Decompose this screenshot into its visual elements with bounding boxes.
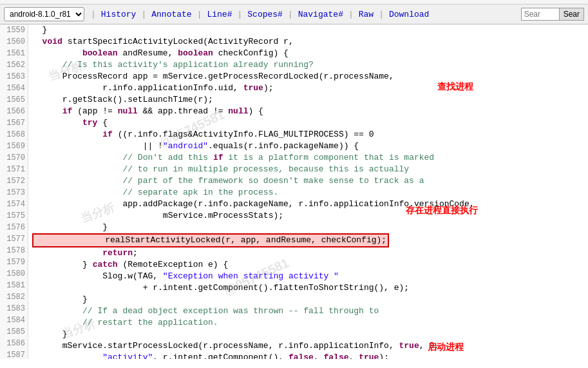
toolbar-link-line[interactable]: Line# [203,10,236,19]
search-button[interactable]: Sear [560,8,584,21]
search-box: Sear [521,8,584,21]
line-number: 1560 [3,36,25,48]
code-line: r.info.applicationInfo.uid, true); [32,82,584,94]
code-line: if (app != null && app.thread != null) { [32,106,584,117]
code-line: || !"android".equals(r.info.packageName)… [32,140,584,152]
code-line: void startSpecificActivityLocked(Activit… [32,36,584,48]
line-number: 1569 [3,140,25,152]
line-number: 1583 [3,303,25,315]
annotation-direct-exec: 存在进程直接执行 [406,205,478,217]
code-line: + r.intent.getComponent().flattenToShort… [32,282,584,294]
separator-5: | [288,10,293,19]
toolbar-link-scopes[interactable]: Scopes# [243,10,287,19]
line-number: 1575 [3,210,25,222]
line-number: 1563 [3,71,25,82]
line-number: 1561 [3,48,25,59]
code-line: if ((r.info.flags&ActivityInfo.FLAG_MULT… [32,129,584,140]
code-line: } [32,24,584,36]
code-line: boolean andResume, boolean checkConfig) … [32,48,584,59]
toolbar-link-annotate[interactable]: Annotate [147,10,195,19]
code-line: mService.startProcessLocked(r.processNam… [32,340,584,352]
code-line: } [32,222,584,233]
line-number: 1586 [3,338,25,349]
line-numbers: 1559156015611562156315641565156615671568… [0,24,28,359]
code-line: // Is this activity's application alread… [32,59,584,71]
toolbar-link-navigate[interactable]: Navigate# [294,10,347,19]
separator-6: | [348,10,354,19]
separator-2: | [141,10,146,19]
line-number: 1567 [3,117,25,129]
line-number: 1585 [3,326,25,338]
line-number: 1564 [3,82,25,94]
code-line: "activity", r.intent.getComponent(), fal… [32,352,584,359]
code-content: 当分析 @05745581 当分析 @05745581 当分析 查找进程 存在进… [28,24,588,359]
line-number: 1573 [3,187,25,199]
line-number: 1559 [3,24,25,36]
code-line: } catch (RemoteException e) { [32,259,584,271]
annotation-start-process: 启动进程 [428,342,464,353]
code-line: ProcessRecord app = mService.getProcessR… [32,71,584,82]
code-line: // to run in multiple processes, because… [32,164,584,175]
line-number: 1580 [3,268,25,280]
code-line: // part of the framework so doesn't make… [32,175,584,187]
toolbar-link-history[interactable]: History [97,10,140,19]
separator-1: | [91,10,96,19]
line-number: 1579 [3,257,25,268]
line-number: 1578 [3,245,25,257]
line-number: 1571 [3,164,25,175]
line-number: 1581 [3,280,25,291]
code-line: // If a dead object exception was thrown… [32,305,584,317]
code-line: r.getStack().setLaunchTime(r); [32,94,584,106]
separator-4: | [237,10,242,19]
line-number: 1584 [3,315,25,326]
code-line: realStartActivityLocked(r, app, andResum… [32,233,584,247]
code-line: // restart the application. [32,317,584,329]
code-line: mService.mProcessStats); [32,210,584,222]
line-number: 1566 [3,106,25,117]
annotation-find-process: 查找进程 [437,81,473,93]
code-line: app.addPackage(r.info.packageName, r.inf… [32,199,584,210]
line-number: 1577 [3,233,25,245]
separator-7: | [379,10,384,19]
toolbar-link-download[interactable]: Download [385,10,433,19]
version-selector[interactable]: android-8.1.0_r81 [4,7,84,21]
line-number: 1572 [3,175,25,187]
code-line: // Don't add this if it is a platform co… [32,152,584,164]
line-number: 1576 [3,222,25,233]
line-number: 1587 [3,349,25,359]
line-number: 1565 [3,94,25,106]
code-line: // separate apk in the process. [32,187,584,199]
line-number: 1574 [3,199,25,210]
code-line: try { [32,117,584,129]
code-line: } [32,294,584,305]
line-number: 1570 [3,152,25,164]
code-line: } [32,329,584,340]
code-line: Slog.w(TAG, "Exception when starting act… [32,271,584,282]
line-number: 1582 [3,291,25,303]
code-area: 1559156015611562156315641565156615671568… [0,24,588,359]
breadcrumb [0,0,588,5]
code-line: return; [32,247,584,259]
toolbar-link-raw[interactable]: Raw [355,10,377,19]
search-input[interactable] [521,8,560,21]
line-number: 1562 [3,59,25,71]
toolbar: android-8.1.0_r81 | History | Annotate |… [0,5,588,24]
separator-3: | [197,10,202,19]
line-number: 1568 [3,129,25,140]
